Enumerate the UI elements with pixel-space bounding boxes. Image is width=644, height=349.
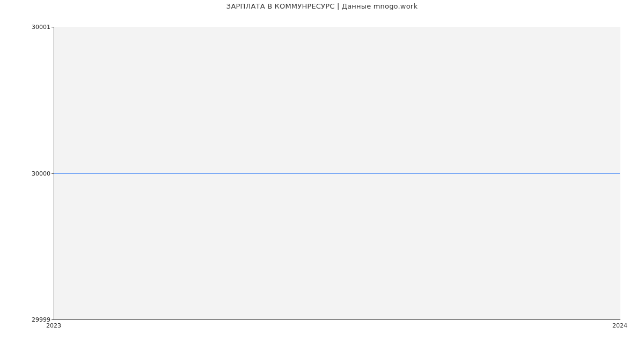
ytick-high [52, 27, 54, 27]
xtick-label-right: 2024 [612, 322, 627, 329]
chart-title: ЗАРПЛАТА В КОММУНРЕСУРС | Данные mnogo.w… [0, 2, 644, 10]
chart-container: ЗАРПЛАТА В КОММУНРЕСУРС | Данные mnogo.w… [0, 0, 644, 349]
series-line-salary [54, 173, 620, 174]
ytick-label-high: 30001 [32, 24, 50, 31]
xtick-label-left: 2023 [46, 322, 61, 329]
ytick-label-mid: 30000 [32, 170, 50, 177]
ytick-low [52, 319, 54, 320]
